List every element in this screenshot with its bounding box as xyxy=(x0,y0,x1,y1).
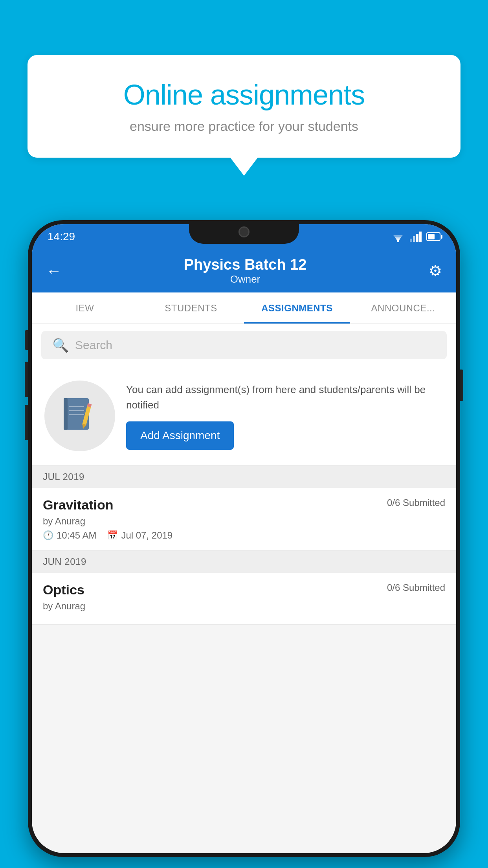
month-separator-jun: JUN 2019 xyxy=(32,551,456,573)
app-bar-center: Physics Batch 12 Owner xyxy=(184,256,307,285)
svg-rect-11 xyxy=(69,410,84,411)
promo-section: You can add assignment(s) from here and … xyxy=(32,366,456,466)
app-bar: ← Physics Batch 12 Owner ⚙ xyxy=(32,249,456,292)
search-input[interactable]: 🔍 Search xyxy=(41,331,447,359)
notebook-icon xyxy=(62,396,97,436)
speech-bubble-container: Online assignments ensure more practice … xyxy=(28,55,460,158)
svg-point-3 xyxy=(397,241,399,243)
svg-rect-7 xyxy=(419,232,422,242)
assignment-title: Gravitation xyxy=(43,497,113,513)
status-time: 14:29 xyxy=(48,230,75,243)
add-assignment-button[interactable]: Add Assignment xyxy=(126,421,234,450)
calendar-icon: 📅 xyxy=(107,530,118,541)
assignment-meta: 🕐 10:45 AM 📅 Jul 07, 2019 xyxy=(43,530,445,541)
promo-description-text: You can add assignment(s) from here and … xyxy=(126,382,444,413)
tab-iew[interactable]: IEW xyxy=(32,292,138,324)
promo-icon-circle xyxy=(44,381,115,451)
assignment-submitted: 0/6 Submitted xyxy=(387,497,445,508)
assignment-submitted-optics: 0/6 Submitted xyxy=(387,582,445,593)
speech-bubble: Online assignments ensure more practice … xyxy=(28,55,460,158)
battery-icon xyxy=(426,232,440,241)
settings-button[interactable]: ⚙ xyxy=(429,262,442,280)
search-icon: 🔍 xyxy=(52,337,69,353)
phone-notch xyxy=(189,220,299,244)
assignment-header: Gravitation 0/6 Submitted xyxy=(43,497,445,513)
volume-up-button xyxy=(25,362,28,397)
svg-rect-10 xyxy=(69,406,84,407)
tabs-container: IEW STUDENTS ASSIGNMENTS ANNOUNCE... xyxy=(32,292,456,324)
assignment-item-optics[interactable]: Optics 0/6 Submitted by Anurag xyxy=(32,573,456,625)
promo-content: You can add assignment(s) from here and … xyxy=(126,382,444,450)
speech-bubble-subtitle: ensure more practice for your students xyxy=(55,119,433,134)
signal-icon xyxy=(410,232,422,242)
assignment-author: by Anurag xyxy=(43,516,445,527)
battery-fill xyxy=(428,234,435,239)
svg-rect-6 xyxy=(416,234,418,242)
phone-mockup: 14:29 xyxy=(28,220,460,857)
clock-icon: 🕐 xyxy=(43,530,53,541)
assignment-title-optics: Optics xyxy=(43,582,84,598)
svg-rect-12 xyxy=(69,414,84,415)
assignment-author-optics: by Anurag xyxy=(43,601,445,612)
search-placeholder: Search xyxy=(75,338,112,352)
assignment-date: 📅 Jul 07, 2019 xyxy=(107,530,172,541)
speech-bubble-title: Online assignments xyxy=(55,79,433,111)
app-bar-title: Physics Batch 12 xyxy=(184,256,307,273)
svg-rect-9 xyxy=(64,398,68,430)
tab-announcements[interactable]: ANNOUNCE... xyxy=(350,292,456,324)
search-container: 🔍 Search xyxy=(32,324,456,366)
tab-assignments[interactable]: ASSIGNMENTS xyxy=(244,292,350,324)
assignment-header-optics: Optics 0/6 Submitted xyxy=(43,582,445,598)
phone-screen: 14:29 xyxy=(32,224,456,853)
assignment-item-gravitation[interactable]: Gravitation 0/6 Submitted by Anurag 🕐 10… xyxy=(32,488,456,551)
back-button[interactable]: ← xyxy=(46,263,62,279)
app-bar-subtitle: Owner xyxy=(184,273,307,285)
front-camera xyxy=(238,226,250,237)
wifi-icon xyxy=(391,231,405,242)
assignment-time: 🕐 10:45 AM xyxy=(43,530,96,541)
svg-rect-4 xyxy=(410,239,412,242)
power-button xyxy=(460,370,463,401)
volume-down-button xyxy=(25,405,28,440)
month-separator-jul: JUL 2019 xyxy=(32,466,456,488)
silent-button xyxy=(25,330,28,350)
status-icons xyxy=(391,231,440,242)
tab-students[interactable]: STUDENTS xyxy=(138,292,244,324)
phone-frame: 14:29 xyxy=(28,220,460,857)
svg-rect-5 xyxy=(413,236,415,242)
